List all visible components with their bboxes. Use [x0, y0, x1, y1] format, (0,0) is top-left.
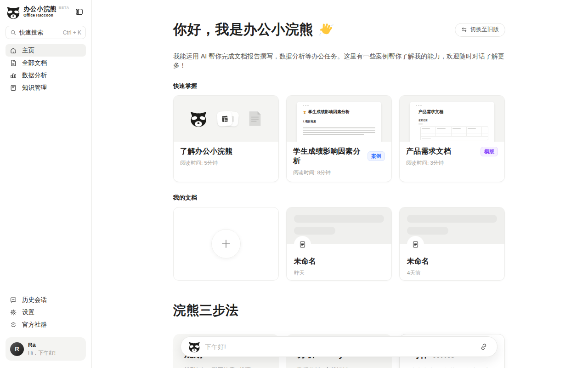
app-subtitle: Office Raccoon — [23, 13, 69, 17]
raccoon-logo-icon — [6, 6, 20, 19]
page-title: 你好，我是办公小浣熊 — [173, 20, 334, 39]
step-subtitle: 模型知识 | 联网检索 | 推理 — [184, 367, 268, 368]
sidebar-header: 办公小浣熊 BETA Office Raccoon — [6, 5, 86, 19]
chat-bar[interactable] — [181, 336, 498, 357]
switch-button-label: 切换至旧版 — [470, 26, 499, 34]
my-doc-card[interactable]: 未命名 4天前 — [399, 207, 505, 281]
trophy-icon — [303, 110, 306, 114]
new-document-card[interactable] — [173, 207, 279, 281]
preview-doc-heading: 1.项目背景 — [303, 120, 375, 124]
gray-document-icon — [248, 110, 262, 127]
preview-text-lines — [303, 127, 375, 135]
card-info: 产品需求文档 模版 阅读时间: 3分钟 — [400, 142, 504, 172]
card-meta: 阅读时间: 3分钟 — [406, 160, 498, 167]
placeholder-bar — [294, 215, 384, 223]
chat-history-icon — [10, 296, 17, 304]
card-meta: 阅读时间: 8分钟 — [293, 169, 385, 176]
raccoon-icon — [188, 341, 200, 353]
doc-meta: 4天前 — [407, 270, 497, 276]
sidebar-item-all-docs[interactable]: 全部文档 — [6, 57, 86, 69]
sidebar-item-label: 知识管理 — [22, 84, 47, 92]
step-subtitle: 数据分析 | 文档解析 — [297, 367, 381, 368]
bar-chart-icon — [10, 72, 17, 79]
doc-icon-circle — [407, 236, 424, 253]
user-card[interactable]: R Ra Hi，下午好! — [6, 337, 86, 361]
community-icon — [10, 321, 17, 328]
card-title: 产品需求文档 — [406, 147, 451, 156]
sidebar-item-history[interactable]: 历史会话 — [6, 293, 86, 306]
quick-cards-row: 了解办公小浣熊 阅读时间: 5分钟 — [173, 95, 505, 182]
hero-row: 你好，我是办公小浣熊 — [173, 20, 505, 39]
panel-collapse-icon — [75, 7, 84, 16]
placeholder-bar — [407, 215, 497, 223]
card-meta: 阅读时间: 5分钟 — [180, 160, 272, 167]
preview-table — [420, 126, 488, 140]
card-title: 学生成绩影响因素分析 — [293, 147, 368, 166]
quick-card-intro[interactable]: 了解办公小浣熊 阅读时间: 5分钟 — [173, 95, 279, 182]
card-preview: 学生成绩影响因素分析 1.项目背景 — [287, 96, 391, 142]
document-page-preview: 产品需求文档 变更记录 — [410, 102, 494, 142]
sidebar-item-label: 官方社群 — [22, 321, 47, 329]
doc-meta: 昨天 — [294, 270, 384, 276]
preview-icons-strip — [174, 96, 278, 142]
sidebar-item-label: 全部文档 — [22, 59, 47, 67]
spreadsheet-files-icon — [217, 110, 237, 127]
document-icon — [299, 241, 306, 248]
plus-circle — [211, 229, 241, 259]
card-preview: 产品需求文档 变更记录 — [400, 96, 504, 142]
quick-card-case[interactable]: 学生成绩影响因素分析 1.项目背景 学生成绩影响因素分析 案例 — [286, 95, 392, 182]
sidebar: 办公小浣熊 BETA Office Raccoon Ctrl + K — [0, 0, 92, 368]
sidebar-nav: 主页 全部文档 数据分析 — [6, 44, 86, 94]
sidebar-item-home[interactable]: 主页 — [6, 44, 86, 57]
preview-doc-title: 学生成绩影响因素分析 — [308, 109, 350, 115]
book-icon — [10, 84, 17, 92]
quick-section-label: 快速掌握 — [173, 82, 588, 90]
main-content: 你好，我是办公小浣熊 — [92, 0, 588, 368]
page-subtitle: 我能运用 AI 帮你完成文档报告撰写，数据分析等办公任务。这里有一些案例帮你了解… — [173, 52, 505, 70]
chat-input[interactable] — [205, 343, 473, 351]
search-box[interactable]: Ctrl + K — [6, 26, 86, 39]
my-doc-card[interactable]: 未命名 昨天 — [286, 207, 392, 281]
sidebar-item-community[interactable]: 官方社群 — [6, 318, 86, 331]
home-icon — [10, 47, 17, 54]
placeholder-bar — [407, 227, 448, 235]
placeholder-bar — [294, 227, 335, 235]
document-icon — [412, 241, 419, 248]
user-name: Ra — [28, 341, 56, 349]
swap-arrows-icon — [461, 27, 467, 33]
quick-card-template[interactable]: 产品需求文档 变更记录 — [399, 95, 505, 182]
attach-link-button[interactable] — [478, 341, 490, 353]
card-info: 学生成绩影响因素分析 案例 阅读时间: 8分钟 — [287, 142, 391, 182]
preview-doc-sub: 变更记录 — [418, 119, 488, 121]
search-shortcut: Ctrl + K — [63, 29, 81, 36]
template-badge: 模版 — [481, 147, 498, 156]
wave-hand-icon — [319, 23, 334, 37]
main-area: 你好，我是办公小浣熊 — [92, 0, 588, 368]
plus-icon — [220, 238, 232, 249]
steps-heading: 浣熊三步法 — [173, 302, 588, 319]
page-dots — [303, 105, 375, 106]
doc-title: 未命名 — [407, 257, 497, 266]
preview-doc-title-row: 产品需求文档 — [418, 109, 488, 115]
collapse-sidebar-button[interactable] — [73, 6, 85, 17]
avatar: R — [10, 342, 24, 356]
raccoon-icon — [190, 110, 207, 127]
sidebar-item-label: 历史会话 — [22, 296, 47, 304]
sidebar-item-label: 主页 — [22, 46, 34, 55]
card-info: 了解办公小浣熊 阅读时间: 5分钟 — [174, 142, 278, 172]
switch-to-old-version-button[interactable]: 切换至旧版 — [455, 23, 506, 37]
app-window: 办公小浣熊 BETA Office Raccoon Ctrl + K — [0, 0, 588, 368]
sidebar-item-data-analysis[interactable]: 数据分析 — [6, 69, 86, 81]
link-icon — [480, 343, 488, 351]
sidebar-item-settings[interactable]: 设置 — [6, 306, 86, 318]
sidebar-item-knowledge[interactable]: 知识管理 — [6, 81, 86, 94]
search-input[interactable] — [19, 29, 51, 36]
document-page-preview: 学生成绩影响因素分析 1.项目背景 — [297, 102, 381, 142]
preview-doc-title: 产品需求文档 — [418, 109, 443, 115]
case-badge: 案例 — [368, 151, 385, 161]
gear-icon — [10, 309, 17, 316]
preview-chip — [418, 123, 423, 125]
card-title: 了解办公小浣熊 — [180, 147, 232, 156]
user-info: Ra Hi，下午好! — [28, 341, 56, 356]
user-greeting: Hi，下午好! — [28, 350, 56, 356]
